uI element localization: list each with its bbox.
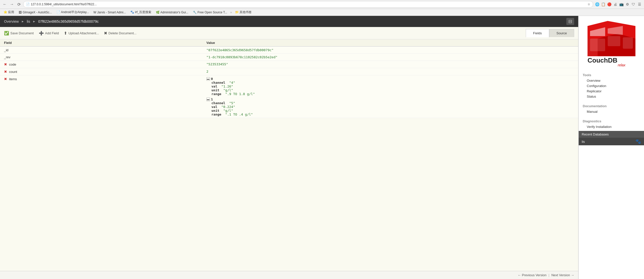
sidebar-link-status[interactable]: Status [583,94,640,99]
docs-section-title: Documentation [583,104,640,108]
range-0-key: range [212,92,221,96]
sidebar-link-replicator[interactable]: Replicator [583,89,640,94]
sidebar-link-verify[interactable]: Verify Installation [583,124,640,129]
couchdb-logo-svg: CouchDB relax [582,18,640,66]
sidebar-docs-section: Documentation Manual [579,101,644,116]
fields-table: Field Value _id "07f622e4865c365d9658d57… [0,39,578,118]
bookmark-apps[interactable]: ⭐ 应用 [2,10,16,15]
val-0-val[interactable]: "1.26" [221,85,233,88]
sidebar-link-configuration[interactable]: Configuration [583,83,640,89]
svg-rect-6 [590,39,605,51]
menu-icon[interactable]: ☰ [637,2,642,6]
field-value-items: ▬ 0 channel "4" val "1.26" [202,75,578,118]
delete-document-button[interactable]: ✖ Delete Document... [104,31,136,36]
upload-icon: ⬆ [64,31,67,36]
recent-databases-title: Recent Databases [582,132,609,136]
field-name-code: ✖code [0,61,202,68]
bookmarks-bar: ⭐ 应用 🖼 GImageX - AutoItSc... 📄 Android平台… [0,9,644,16]
couch-panel: Overview ► lis ► 07f622e4865c365d9658d57… [0,16,578,279]
page-icon: 📄 [26,3,30,6]
bookmark-admin[interactable]: 🌿 Administrator's Gui... [154,10,190,15]
breadcrumb-toggle-button[interactable]: ⊟ [566,18,574,25]
val-1-key: val [212,105,217,109]
field-value-id[interactable]: "07f622e4865c365d9658d57fdb00079c" [202,46,578,54]
nested-item: range ".1 TO .4 g/l" [212,113,574,116]
val-0-key: val [212,85,217,88]
unit-1-key: unit [212,109,219,113]
nested-item: unit "g/l" [212,109,574,113]
channel-0-key: channel [212,81,225,85]
channel-0-val[interactable]: "4" [229,81,235,85]
unit-1-val[interactable]: "g/l" [223,109,233,113]
val-1-val[interactable]: "0.224" [221,105,235,109]
shield-icon[interactable]: 🛡 [631,2,636,6]
translate-icon[interactable]: 🌐 [595,2,600,6]
bookmark-android[interactable]: 📄 Android平台Airplay... [55,10,91,15]
field-value-rev[interactable]: "1-dc7918c0893b678c1102582c02b5e2ed" [202,54,578,61]
nested-item: channel "5" [212,101,574,105]
svg-rect-8 [623,37,633,49]
recent-db-lis[interactable]: lis 🐾 [579,138,644,145]
next-version-link[interactable]: Next Version → [551,273,574,277]
back-button[interactable]: ← [2,2,8,7]
nested-item: val "0.224" [212,105,574,109]
range-1-key: range [212,113,221,116]
range-0-val[interactable]: ".9 TO 1.8 g/l" [225,92,255,96]
nested-item: channel "4" [212,81,574,85]
table-row: _id "07f622e4865c365d9658d57fdb00079c" [0,46,578,54]
main-container: Overview ► lis ► 07f622e4865c365d9658d57… [0,16,644,279]
cast-icon[interactable]: 📺 [619,2,624,6]
nested-block-0: channel "4" val "1.26" unit "g/l" [212,81,574,96]
add-field-button[interactable]: ➕ Add Field [39,31,59,36]
add-icon: ➕ [39,31,44,36]
svg-text:relax: relax [618,63,626,66]
bookmark-other[interactable]: 📁 其他书签 [233,10,253,15]
print-icon[interactable]: 🖨 [613,2,618,6]
circle-icon[interactable]: 🔴 [607,2,612,6]
sidebar-link-manual[interactable]: Manual [583,109,640,114]
bookmark-gimagex[interactable]: 🖼 GImageX - AutoItSc... [17,10,53,15]
channel-1-val[interactable]: "5" [229,101,235,105]
sidebar-link-overview[interactable]: Overview [583,78,640,83]
field-name-rev: _rev [0,54,202,61]
table-row: ✖items ▬ 0 channel "4" [0,75,578,118]
bookmark-jarvis[interactable]: W Jarvis - Smart Admi... [92,10,128,15]
index-0-label: 0 [211,77,213,81]
tab-fields[interactable]: Fields [526,29,549,37]
array-index-0: ▬ 0 [207,77,574,81]
table-row: _rev "1-dc7918c0893b678c1102582c02b5e2ed… [0,54,578,61]
delete-items-icon[interactable]: ✖ [4,77,7,81]
forward-button[interactable]: → [9,2,15,7]
collapse-1-button[interactable]: ▬ [207,98,210,101]
delete-code-icon[interactable]: ✖ [4,62,7,66]
bookmark-opensource[interactable]: 🔧 Free Open Source T... [191,10,229,15]
breadcrumb: Overview ► lis ► 07f622e4865c365d9658d57… [0,16,578,27]
collapse-0-button[interactable]: ▬ [207,77,210,81]
bookmarks-separator: » [230,11,232,14]
unit-0-key: unit [212,88,219,92]
breadcrumb-arrow-2: ► [33,20,36,23]
breadcrumb-db[interactable]: lis [27,19,30,23]
unit-0-val[interactable]: "g/l" [223,88,233,92]
delete-count-icon[interactable]: ✖ [4,70,7,74]
doc-content: Field Value _id "07f622e4865c365d9658d57… [0,39,578,271]
save-document-button[interactable]: ✅ Save Document [4,31,34,36]
bookmark-icon[interactable]: 📋 [601,2,606,6]
bookmark-baidu[interactable]: 🐾 irf_百度搜索 [129,10,153,15]
svg-text:CouchDB: CouchDB [588,57,617,64]
reload-button[interactable]: ⟳ [16,2,22,7]
settings-icon[interactable]: ⚙ [625,2,630,6]
array-index-1: ▬ 1 [207,97,574,101]
table-row: ✖count 2 [0,68,578,75]
prev-version-link[interactable]: ← Previous Version [518,273,546,277]
field-value-count[interactable]: 2 [202,68,578,75]
couch-sidebar: CouchDB relax Tools Overview Configurati… [578,16,644,279]
table-row: ✖code "523533455" [0,61,578,68]
breadcrumb-overview[interactable]: Overview [4,19,19,23]
range-1-val[interactable]: ".1 TO .4 g/l" [225,113,253,116]
nested-item: range ".9 TO 1.8 g/l" [212,92,574,96]
tab-source[interactable]: Source [549,29,574,37]
browser-toolbar: ← → ⟳ 📄 127.0.0.1:5984/_utils/document.h… [0,0,644,9]
upload-attachment-button[interactable]: ⬆ Upload Attachment... [64,31,99,36]
field-value-code[interactable]: "523533455" [202,61,578,68]
